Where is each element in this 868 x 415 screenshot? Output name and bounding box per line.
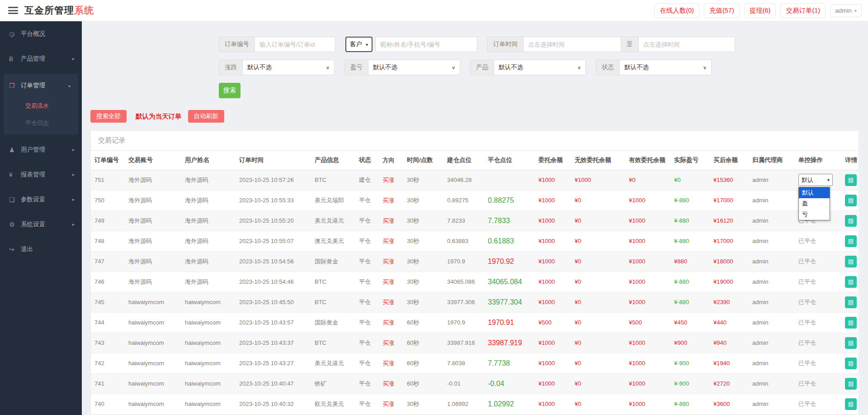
cell-direction: 买涨 <box>379 170 403 190</box>
customer-type-select[interactable]: 客户 ▾ <box>345 37 373 52</box>
control-status: 已平仓 <box>798 319 816 326</box>
cell-valid-entrust: ¥1000 <box>625 292 670 312</box>
cell-valid-entrust: ¥1000 <box>625 272 670 292</box>
topbar-right: 在线人数(0)充值(57)提现(6)交易订单(1) admin ▾ <box>654 3 862 18</box>
cell-order-id: 750 <box>91 190 125 210</box>
order-no-input[interactable] <box>255 37 335 52</box>
stat-withdraw[interactable]: 提现(6) <box>744 3 776 18</box>
sidebar-item-order-management[interactable]: ❐订单管理▸ <box>4 74 78 97</box>
cell-account: 海外源码 <box>125 190 181 210</box>
menu-toggle-icon[interactable] <box>8 7 18 14</box>
sidebar-item-user-management[interactable]: ♟用户管理▸ <box>0 137 82 162</box>
sidebar-item-logout[interactable]: ↪退出 <box>0 237 82 262</box>
cell-order-time: 2023-10-25 10:40:32 <box>236 394 311 414</box>
search-button[interactable]: 搜索 <box>219 83 241 98</box>
dropdown-option[interactable]: 盈 <box>799 198 830 209</box>
dropdown-option[interactable]: 亏 <box>799 209 830 220</box>
cell-agent: admin <box>749 170 795 190</box>
chevron-down-icon: ∨ <box>577 65 581 71</box>
today-orders-note: 默认为当天订单 <box>136 112 182 121</box>
detail-button[interactable]: ▤ <box>845 337 857 349</box>
sidebar-item-label: 平台概况 <box>21 30 45 38</box>
cell-account: haiwaiymcom <box>125 312 181 333</box>
cell-close-point: 0.88275 <box>484 190 535 210</box>
admin-menu[interactable]: admin ▾ <box>830 4 862 17</box>
detail-button[interactable]: ▤ <box>845 358 857 369</box>
cell-entrust: ¥1000 <box>535 251 571 272</box>
cell-status: 平仓 <box>355 251 379 272</box>
logout-icon: ↪ <box>9 246 21 253</box>
product-select[interactable]: 默认不选 ∨ <box>494 60 585 75</box>
profit-loss-select[interactable]: 默认不选 ∨ <box>368 60 460 75</box>
sidebar-item-platform-overview[interactable]: ◶平台概况 <box>0 21 82 46</box>
cell-invalid-entrust: ¥0 <box>571 251 625 272</box>
sidebar-item-parameter-settings[interactable]: ❏参数设置▸ <box>0 187 82 212</box>
column-header: 产品信息 <box>311 151 355 170</box>
status-label: 状态 <box>596 60 620 75</box>
stat-online-count[interactable]: 在线人数(0) <box>654 3 699 18</box>
cell-status: 平仓 <box>355 373 379 394</box>
status-value: 默认不选 <box>624 63 649 72</box>
detail-button[interactable]: ▤ <box>845 235 857 247</box>
cell-direction: 买涨 <box>379 373 403 394</box>
sidebar-subitem-transaction-flow[interactable]: 交易流水 <box>4 97 78 114</box>
cell-duration: 30秒 <box>403 210 443 231</box>
customer-search-input[interactable] <box>376 37 477 52</box>
profit-loss-value: 默认不选 <box>373 63 397 72</box>
table-row: 750 海外源码 海外源码 2023-10-25 10:55:33 美元兑瑞郎 … <box>91 190 859 210</box>
detail-button[interactable]: ▤ <box>845 256 857 267</box>
cell-invalid-entrust: ¥0 <box>571 210 625 231</box>
detail-button[interactable]: ▤ <box>845 317 857 329</box>
sidebar-item-product-management[interactable]: Ƀ产品管理▸ <box>0 46 82 71</box>
stat-recharge[interactable]: 充值(57) <box>704 3 740 18</box>
rise-fall-select[interactable]: 默认不选 ∨ <box>243 60 334 75</box>
cell-close-point: 1970.92 <box>484 251 535 272</box>
cell-username: 海外源码 <box>181 231 236 251</box>
cell-username: 海外源码 <box>181 272 236 292</box>
cell-agent: admin <box>749 394 795 414</box>
cell-detail: ▤ <box>841 170 859 190</box>
column-header: 有效委托余额 <box>625 151 670 170</box>
detail-button[interactable]: ▤ <box>845 215 857 227</box>
cell-order-time: 2023-10-25 10:57:26 <box>236 170 311 190</box>
filter-row-3: 搜索 <box>219 83 868 98</box>
cell-detail: ▤ <box>841 251 859 272</box>
chevron-right-icon: ▸ <box>69 83 71 88</box>
time-to-input[interactable] <box>639 37 735 52</box>
cell-open-point: 1970.9 <box>443 312 484 333</box>
cell-agent: admin <box>749 251 795 272</box>
status-select[interactable]: 默认不选 ∨ <box>620 60 711 75</box>
cell-detail: ▤ <box>841 231 859 251</box>
cell-control: 已平仓 <box>795 353 841 373</box>
detail-button[interactable]: ▤ <box>845 195 857 206</box>
auto-refresh-button[interactable]: 自动刷新 <box>188 110 224 123</box>
column-header: 买后余额 <box>710 151 749 170</box>
column-header: 订单时间 <box>236 151 311 170</box>
single-control-select[interactable]: 默认▾ <box>798 174 833 186</box>
list-icon: ▤ <box>848 279 854 285</box>
single-control-dropdown: 默认盈亏 <box>798 187 830 220</box>
dropdown-option[interactable]: 默认 <box>799 187 830 198</box>
sidebar-item-label: 系统设置 <box>21 220 45 229</box>
detail-button[interactable]: ▤ <box>845 378 857 390</box>
detail-button[interactable]: ▤ <box>845 174 857 186</box>
cell-profit: ¥-880 <box>670 394 710 414</box>
cell-account: haiwaiymcom <box>125 292 181 312</box>
detail-button[interactable]: ▤ <box>845 398 857 410</box>
cell-agent: admin <box>749 312 795 333</box>
sidebar-item-report-management[interactable]: ¥报表管理▸ <box>0 162 82 187</box>
rise-fall-filter: 涨跌 默认不选 ∨ <box>219 60 335 75</box>
cell-entrust: ¥1000 <box>535 292 571 312</box>
detail-button[interactable]: ▤ <box>845 296 857 308</box>
cell-username: haiwaiymcom <box>181 353 236 373</box>
product-value: 默认不选 <box>499 63 523 72</box>
detail-button[interactable]: ▤ <box>845 276 857 288</box>
sidebar-item-system-settings[interactable]: ⚙系统设置▸ <box>0 212 82 237</box>
search-all-button[interactable]: 搜索全部 <box>90 110 127 123</box>
title-main: 互金所管理 <box>24 5 74 15</box>
sidebar-subitem-close-position-log[interactable]: 平仓日志 <box>4 114 78 132</box>
cell-after-balance: ¥15360 <box>710 170 749 190</box>
stat-trade-orders[interactable]: 交易订单(1) <box>780 3 826 18</box>
cell-close-point: 34065.084 <box>484 272 535 292</box>
time-from-input[interactable] <box>524 37 621 52</box>
